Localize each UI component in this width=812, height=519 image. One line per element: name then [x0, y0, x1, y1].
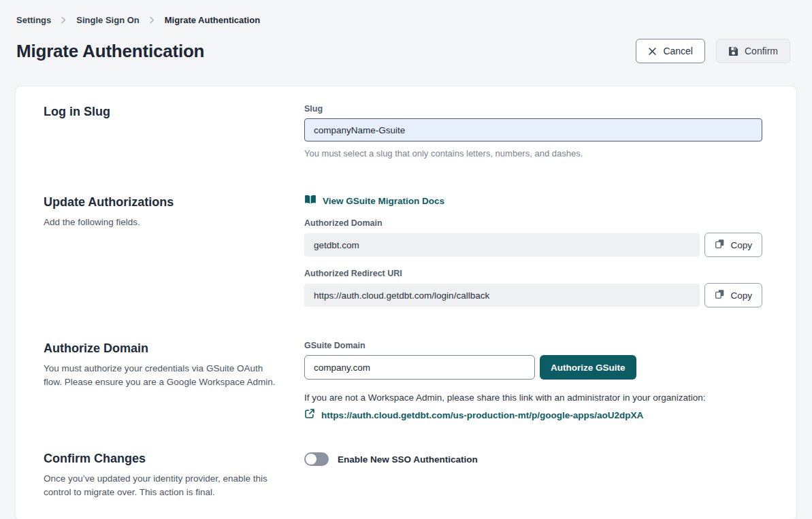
chevron-right-icon [61, 16, 67, 24]
authorize-domain-description: You must authorize your credentials via … [44, 362, 283, 389]
breadcrumb: Settings Single Sign On Migrate Authenti… [16, 15, 790, 25]
confirm-changes-description: Once you’ve updated your identity provid… [44, 472, 283, 499]
gsuite-migration-docs-link[interactable]: View GSuite Migration Docs [304, 195, 444, 207]
breadcrumb-migrate-authentication: Migrate Authentication [165, 15, 260, 25]
page-title: Migrate Authentication [16, 41, 204, 62]
copy-icon [715, 289, 725, 301]
authorize-row: Authorize GSuite [304, 355, 762, 380]
breadcrumb-single-sign-on[interactable]: Single Sign On [76, 15, 139, 25]
book-icon [304, 195, 316, 207]
confirm-button-label: Confirm [745, 46, 778, 56]
sso-toggle-row: Enable New SSO Authentication [304, 452, 762, 466]
cancel-button-label: Cancel [663, 46, 693, 56]
copy-icon [715, 239, 725, 251]
confirm-changes-heading: Confirm Changes [44, 451, 284, 466]
admin-share-link[interactable]: https://auth.cloud.getdbt.com/us-product… [321, 410, 643, 420]
save-icon [728, 46, 738, 56]
authorized-domain-row: getdbt.com Copy [304, 233, 762, 257]
copy-button-label: Copy [730, 240, 752, 250]
title-row: Migrate Authentication Cancel Confirm [16, 39, 790, 63]
login-slug-heading: Log in Slug [44, 104, 284, 119]
section-authorize-domain: Authorize Domain You must authorize your… [44, 341, 762, 422]
section-update-authorizations: Update Authorizations Add the following … [44, 195, 762, 307]
enable-sso-toggle-label: Enable New SSO Authentication [338, 454, 478, 465]
enable-sso-toggle[interactable] [304, 452, 329, 466]
slug-input[interactable] [304, 118, 762, 141]
redirect-uri-label: Authorized Redirect URI [304, 269, 762, 278]
copy-redirect-uri-button[interactable]: Copy [704, 283, 762, 307]
gsuite-domain-label: GSuite Domain [304, 341, 762, 350]
breadcrumb-settings[interactable]: Settings [16, 15, 51, 25]
copy-button-label: Copy [730, 290, 752, 301]
update-authorizations-heading: Update Authorizations [44, 195, 284, 210]
settings-card: Log in Slug Slug You must select a slug … [15, 86, 797, 519]
workspace-admin-note: If you are not a Workspace Admin, please… [304, 391, 762, 404]
gsuite-domain-input[interactable] [304, 355, 535, 380]
cancel-button[interactable]: Cancel [636, 39, 705, 63]
update-authorizations-description: Add the following fields. [44, 216, 283, 229]
authorized-domain-label: Authorized Domain [304, 218, 762, 228]
page-header: Settings Single Sign On Migrate Authenti… [0, 0, 812, 63]
redirect-uri-value: https://auth.cloud.getdbt.com/login/call… [304, 284, 700, 307]
external-link-icon [304, 408, 315, 422]
toggle-knob [306, 454, 316, 465]
slug-helper-text: You must select a slug that only contain… [304, 148, 762, 158]
section-confirm-changes: Confirm Changes Once you’ve updated your… [44, 451, 762, 499]
header-actions: Cancel Confirm [636, 39, 790, 63]
copy-authorized-domain-button[interactable]: Copy [704, 233, 762, 257]
section-login-slug: Log in Slug Slug You must select a slug … [44, 104, 762, 158]
slug-label: Slug [304, 104, 762, 114]
gsuite-migration-docs-link-label: View GSuite Migration Docs [323, 196, 444, 206]
authorized-domain-value: getdbt.com [304, 233, 700, 256]
redirect-uri-row: https://auth.cloud.getdbt.com/login/call… [304, 283, 762, 307]
admin-share-link-row: https://auth.cloud.getdbt.com/us-product… [304, 408, 762, 422]
authorize-domain-heading: Authorize Domain [44, 341, 284, 356]
confirm-button[interactable]: Confirm [716, 39, 790, 63]
close-icon [648, 47, 657, 56]
authorize-gsuite-button[interactable]: Authorize GSuite [540, 355, 636, 380]
chevron-right-icon [149, 16, 155, 24]
